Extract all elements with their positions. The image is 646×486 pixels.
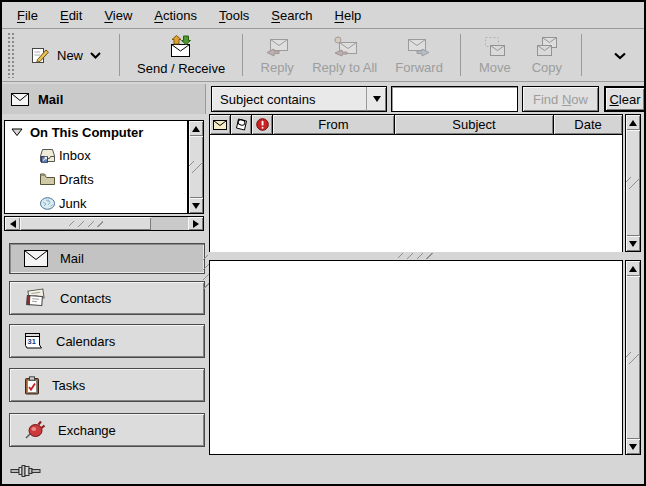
column-attachment[interactable] <box>231 115 252 134</box>
menu-edit[interactable]: Edit <box>49 4 93 27</box>
sidebar-header: Mail <box>2 84 206 114</box>
column-subject[interactable]: Subject <box>395 115 554 134</box>
reply-to-all-label: Reply to All <box>312 60 377 75</box>
send-receive-button[interactable]: Send / Receive <box>128 32 234 79</box>
scroll-left-button[interactable] <box>5 217 20 230</box>
scrollbar-track <box>626 130 640 236</box>
menu-search[interactable]: Search <box>260 4 323 27</box>
menu-view[interactable]: View <box>93 4 143 27</box>
tree-item-inbox[interactable]: Inbox <box>5 143 187 167</box>
scrollbar-track <box>189 136 203 198</box>
column-message-status[interactable] <box>210 115 231 134</box>
tree-item-junk[interactable]: Junk <box>5 191 187 214</box>
scrollbar-thumb[interactable] <box>20 217 151 230</box>
scrollbar-thumb[interactable] <box>626 130 640 236</box>
column-label: From <box>318 117 348 132</box>
toolbar-separator <box>119 34 120 76</box>
scroll-right-button[interactable] <box>188 217 203 230</box>
mail-icon <box>11 93 29 106</box>
switcher-mail-button[interactable]: Mail <box>9 243 205 274</box>
switcher-label: Contacts <box>60 291 111 306</box>
move-button[interactable]: Move <box>469 33 521 78</box>
toolbar: New Send / Receive Reply <box>2 29 644 82</box>
column-date[interactable]: Date <box>554 115 622 134</box>
evolution-window: File Edit View Actions Tools Search Help… <box>0 0 646 486</box>
switcher-exchange-button[interactable]: Exchange <box>9 413 205 447</box>
new-button[interactable]: New <box>21 38 111 73</box>
toolbar-separator <box>581 34 582 76</box>
switcher-label: Exchange <box>58 423 116 438</box>
scroll-down-button[interactable] <box>189 198 203 213</box>
folder-tree-vertical-scrollbar <box>188 120 204 214</box>
copy-icon <box>534 36 560 58</box>
chevron-down-icon <box>90 52 101 59</box>
send-receive-label: Send / Receive <box>137 61 225 76</box>
switcher-contacts-button[interactable]: Contacts <box>9 281 205 315</box>
copy-button[interactable]: Copy <box>521 33 573 78</box>
switcher-label: Tasks <box>52 378 85 393</box>
dropdown-arrow-icon <box>366 87 386 111</box>
chevron-down-icon <box>614 52 626 60</box>
menubar: File Edit View Actions Tools Search Help <box>2 2 644 29</box>
search-bar: Subject contains Find Now Clear <box>206 84 644 114</box>
column-from[interactable]: From <box>273 115 395 134</box>
online-status-connector-icon[interactable] <box>10 464 42 478</box>
search-filter-value: Subject contains <box>212 92 366 107</box>
toolbar-drag-handle[interactable] <box>7 32 14 78</box>
column-priority[interactable] <box>252 115 273 134</box>
menu-tools[interactable]: Tools <box>208 4 260 27</box>
junk-icon <box>39 196 56 210</box>
folder-icon <box>39 172 56 186</box>
sidebar-header-label: Mail <box>38 92 63 107</box>
switcher-label: Calendars <box>56 334 115 349</box>
message-list-body <box>210 135 622 252</box>
exchange-plug-icon <box>24 420 46 440</box>
scroll-up-button[interactable] <box>626 115 640 130</box>
tree-item-drafts[interactable]: Drafts <box>5 167 187 191</box>
message-list-pane: From Subject Date <box>209 114 623 252</box>
find-now-label: Find Now <box>533 92 588 107</box>
switcher-tasks-button[interactable]: Tasks <box>9 368 205 402</box>
message-list-scrollbar <box>625 114 641 252</box>
calendar-icon: 31 <box>24 332 44 350</box>
move-icon <box>482 36 508 58</box>
reply-button[interactable]: Reply <box>251 33 303 78</box>
toolbar-overflow-button[interactable] <box>610 44 630 67</box>
switcher-label: Mail <box>60 251 84 266</box>
toolbar-separator <box>460 34 461 76</box>
switcher-calendars-button[interactable]: 31 Calendars <box>9 324 205 358</box>
scroll-down-button[interactable] <box>626 439 640 454</box>
menu-help[interactable]: Help <box>324 4 373 27</box>
scrollbar-thumb[interactable] <box>626 276 640 439</box>
menu-actions[interactable]: Actions <box>143 4 208 27</box>
status-bar <box>2 457 644 484</box>
move-label: Move <box>479 60 511 75</box>
clear-label: Clear <box>609 92 640 107</box>
menu-file[interactable]: File <box>6 4 49 27</box>
clear-button[interactable]: Clear <box>604 86 646 112</box>
horizontal-pane-splitter[interactable] <box>398 253 434 259</box>
preview-pane <box>209 260 623 455</box>
compose-icon <box>31 46 50 65</box>
reply-icon <box>264 36 290 58</box>
tree-item-on-this-computer[interactable]: On This Computer <box>5 121 187 143</box>
scroll-up-button[interactable] <box>189 121 203 136</box>
forward-button[interactable]: Forward <box>386 33 452 78</box>
priority-icon <box>256 118 269 131</box>
column-label: Subject <box>452 117 495 132</box>
attachment-icon <box>235 118 248 131</box>
forward-icon <box>406 36 432 58</box>
tasks-icon <box>24 376 40 395</box>
scroll-up-button[interactable] <box>626 261 640 276</box>
scrollbar-track <box>626 276 640 439</box>
search-input[interactable] <box>391 86 518 112</box>
search-filter-dropdown[interactable]: Subject contains <box>211 86 387 112</box>
svg-text:31: 31 <box>28 337 36 346</box>
scrollbar-thumb[interactable] <box>189 136 203 198</box>
expander-open-icon[interactable] <box>11 128 23 137</box>
folder-tree-horizontal-scrollbar <box>4 216 204 231</box>
scroll-down-button[interactable] <box>626 236 640 251</box>
contacts-icon <box>24 288 48 308</box>
find-now-button[interactable]: Find Now <box>522 86 599 112</box>
reply-to-all-button[interactable]: Reply to All <box>303 33 386 78</box>
